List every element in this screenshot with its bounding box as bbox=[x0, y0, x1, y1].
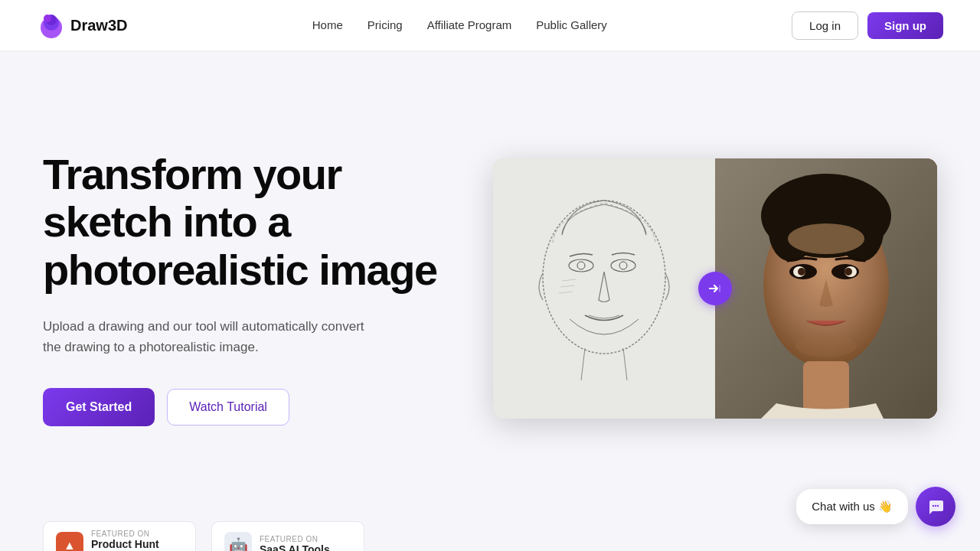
svg-point-28 bbox=[935, 505, 936, 507]
badge-saas-name: SaaS AI Tools bbox=[260, 543, 330, 551]
product-hunt-text: FEATURED ON Product Hunt 92 bbox=[91, 530, 159, 551]
chat-button[interactable] bbox=[916, 487, 956, 527]
photo-side bbox=[715, 158, 937, 419]
badge-saas-label: Featured on bbox=[260, 535, 330, 543]
badge-ph-label: FEATURED ON bbox=[91, 530, 159, 538]
hero-image bbox=[493, 158, 937, 419]
svg-point-25 bbox=[795, 334, 857, 357]
badge-ph-name: Product Hunt bbox=[91, 538, 159, 550]
login-button[interactable]: Log in bbox=[792, 11, 858, 40]
product-hunt-icon: ▲ bbox=[56, 532, 83, 552]
hero-subtext: Upload a drawing and our tool will autom… bbox=[43, 316, 372, 357]
nav-item-pricing[interactable]: Pricing bbox=[368, 18, 403, 32]
chat-widget: Chat with us 👋 bbox=[796, 487, 956, 527]
nav-actions: Log in Sign up bbox=[792, 11, 943, 40]
nav-item-gallery[interactable]: Public Gallery bbox=[536, 18, 607, 32]
sketch-side bbox=[493, 158, 715, 419]
svg-point-29 bbox=[937, 505, 939, 507]
saas-text: Featured on SaaS AI Tools bbox=[260, 535, 330, 551]
svg-point-3 bbox=[44, 15, 51, 22]
arrow-icon bbox=[707, 280, 724, 297]
center-transform-icon bbox=[698, 272, 732, 305]
nav-link-home[interactable]: Home bbox=[312, 18, 343, 31]
logo-icon bbox=[37, 11, 66, 40]
hero-heading: Transform your sketch into a photorealis… bbox=[43, 151, 437, 295]
logo-text: Draw3D bbox=[70, 17, 127, 34]
chat-icon bbox=[926, 497, 945, 516]
hero-image-container bbox=[437, 158, 937, 419]
hero-heading-line3: photorealistic image bbox=[43, 246, 437, 294]
sketch-svg bbox=[493, 158, 715, 419]
svg-point-24 bbox=[844, 268, 852, 276]
chat-bubble: Chat with us 👋 bbox=[796, 489, 908, 524]
photo-face bbox=[715, 158, 937, 419]
nav-item-home[interactable]: Home bbox=[312, 18, 343, 32]
nav-link-affiliate[interactable]: Affiliate Program bbox=[427, 18, 512, 31]
nav-link-pricing[interactable]: Pricing bbox=[368, 18, 403, 31]
hero-heading-line2: sketch into a bbox=[43, 197, 290, 246]
badge-product-hunt[interactable]: ▲ FEATURED ON Product Hunt 92 bbox=[43, 521, 196, 551]
hero-buttons: Get Started Watch Tutorial bbox=[43, 388, 437, 426]
hero-heading-line1: Transform your bbox=[43, 150, 341, 198]
hero-section: Transform your sketch into a photorealis… bbox=[0, 51, 980, 510]
svg-point-18 bbox=[788, 223, 864, 254]
photo-svg bbox=[715, 158, 937, 419]
saas-icon: 🤖 bbox=[224, 532, 252, 552]
hero-left: Transform your sketch into a photorealis… bbox=[43, 151, 437, 427]
badge-saas-tools[interactable]: 🤖 Featured on SaaS AI Tools bbox=[211, 521, 364, 551]
nav-link-gallery[interactable]: Public Gallery bbox=[536, 18, 607, 31]
nav-item-affiliate[interactable]: Affiliate Program bbox=[427, 18, 512, 32]
nav-links: Home Pricing Affiliate Program Public Ga… bbox=[312, 18, 607, 32]
logo[interactable]: Draw3D bbox=[37, 11, 127, 40]
svg-point-23 bbox=[798, 268, 805, 276]
get-started-button[interactable]: Get Started bbox=[43, 388, 155, 426]
navbar: Draw3D Home Pricing Affiliate Program Pu… bbox=[0, 0, 980, 51]
signup-button[interactable]: Sign up bbox=[867, 12, 943, 39]
watch-tutorial-button[interactable]: Watch Tutorial bbox=[167, 389, 289, 425]
svg-rect-4 bbox=[493, 158, 715, 419]
svg-point-27 bbox=[933, 505, 934, 507]
